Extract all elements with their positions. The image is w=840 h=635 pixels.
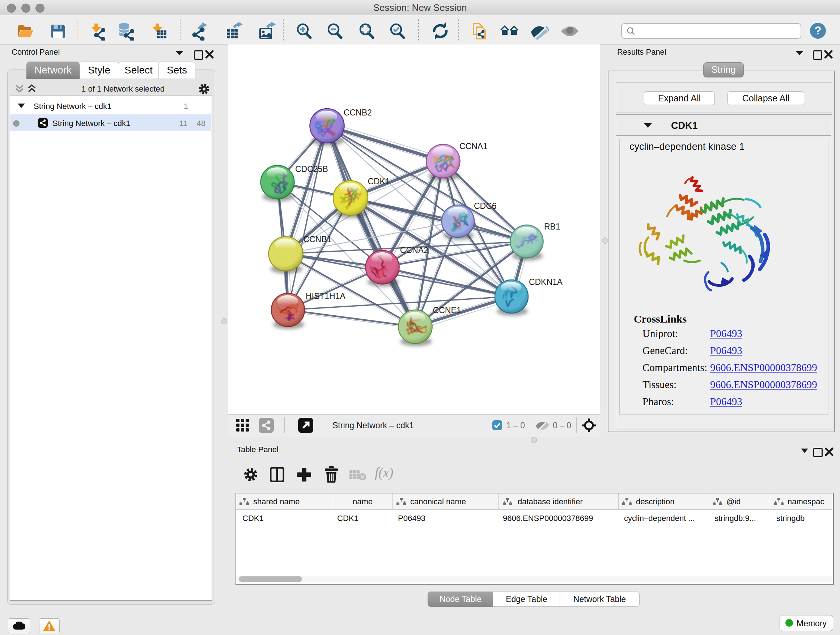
svg-text:CDC25B: CDC25B	[295, 165, 328, 174]
svg-text:RB1: RB1	[544, 222, 561, 231]
svg-text:CCNB2: CCNB2	[344, 108, 372, 117]
svg-text:CDK1: CDK1	[368, 177, 390, 186]
svg-text:CDC6: CDC6	[474, 201, 497, 211]
svg-text:CCNA2: CCNA2	[400, 245, 428, 255]
svg-text:CCNB1: CCNB1	[303, 234, 332, 244]
svg-text:CCNA1: CCNA1	[459, 141, 488, 151]
svg-text:CDKN1A: CDKN1A	[529, 277, 563, 287]
svg-text:HIST1H1A: HIST1H1A	[306, 291, 346, 301]
svg-text:CCNE1: CCNE1	[433, 306, 461, 315]
